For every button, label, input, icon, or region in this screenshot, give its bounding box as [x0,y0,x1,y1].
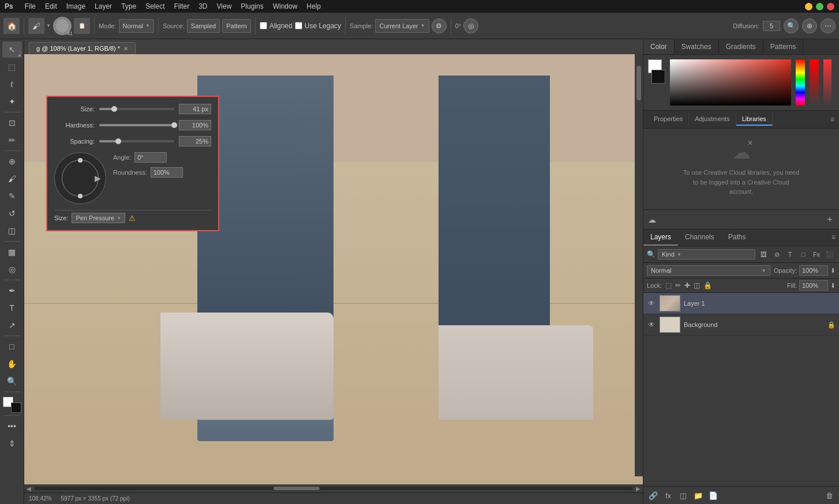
tab-channels[interactable]: Channels [678,230,721,246]
opacity-stepper[interactable]: ⬇ [830,267,836,274]
menu-3d[interactable]: 3D [198,2,207,10]
stamp-tool[interactable]: ✎ [2,188,22,204]
scroll-right-arrow[interactable]: ▶ [636,486,641,492]
fg-bg-color-selector[interactable] [3,397,21,413]
lock-pixels-icon[interactable]: ⬚ [665,281,672,289]
brush-preset-button[interactable]: 📋 [74,18,90,34]
color-alpha-bar[interactable] [810,59,819,106]
filter-shape-btn[interactable]: □ [797,249,809,260]
tab-adjustments[interactable]: Adjustments [689,113,736,126]
eraser-tool[interactable]: ◫ [2,223,22,239]
scroll-left-arrow[interactable]: ◀ [27,486,31,492]
lock-artboard-icon[interactable]: ◫ [694,281,700,289]
pen-tool[interactable]: ✒ [2,283,22,299]
h-scroll-thumb[interactable] [274,487,320,490]
hardness-slider-thumb[interactable] [171,122,177,128]
move-tool[interactable]: ↖ ◢ [2,42,22,58]
type-tool[interactable]: T [2,300,22,316]
size-slider[interactable] [99,108,174,110]
angle-input[interactable] [134,152,167,163]
menu-view[interactable]: View [217,2,232,10]
color-bar-2[interactable] [823,59,831,106]
spacing-value-input[interactable] [179,136,211,146]
history-brush-tool[interactable]: ↺ [2,205,22,221]
new-layer-button[interactable]: 📄 [707,489,720,502]
search-button[interactable]: 🔍 [784,18,799,33]
menu-window[interactable]: Window [273,2,298,10]
tab-close-button[interactable]: ✕ [123,46,128,52]
brush-tool[interactable]: 🖌 [2,171,22,187]
layer-item-1[interactable]: 👁 Layer 1 [643,293,839,314]
brush-preview[interactable]: 41 [53,17,72,35]
add-mask-button[interactable]: ◫ [677,489,690,502]
tab-properties[interactable]: Properties [648,113,689,126]
tab-layers[interactable]: Layers [643,230,678,246]
spacing-slider-thumb[interactable] [115,138,121,144]
bg-layer-visibility[interactable]: 👁 [647,320,656,329]
v-scroll-thumb[interactable] [636,66,641,100]
canvas-scrollbar-h[interactable]: ◀ ▶ [24,484,643,492]
tab-patterns[interactable]: Patterns [763,39,804,54]
add-style-button[interactable]: fx [662,489,675,502]
menu-image[interactable]: Image [66,2,85,10]
tab-libraries[interactable]: Libraries [736,113,773,126]
home-button[interactable]: 🏠 [3,18,20,34]
layer-item-background[interactable]: 👁 Background 🔒 [643,314,839,336]
gradient-tool[interactable]: ▦ [2,244,22,260]
link-layers-button[interactable]: 🔗 [647,489,660,502]
menu-edit[interactable]: Edit [45,2,57,10]
lock-brush-icon[interactable]: ✏ [675,281,681,289]
dodge-tool[interactable]: ◎ [2,261,22,277]
use-legacy-checkbox[interactable] [295,22,302,29]
layer-1-visibility[interactable]: 👁 [647,299,656,308]
blend-mode-dropdown[interactable]: Normal ▼ [647,265,770,276]
angle-button[interactable]: ◎ [463,18,478,33]
fill-input[interactable] [799,280,828,291]
color-gradient-box[interactable] [670,59,791,106]
brush-size-mode-dropdown[interactable]: Pen Pressure ▼ [72,213,125,223]
lasso-tool[interactable]: ℓ [2,76,22,92]
close-button[interactable] [827,3,834,10]
canvas-area[interactable]: Size: Hardness: [24,54,643,484]
spacing-slider[interactable] [99,140,174,142]
menu-select[interactable]: Select [145,2,164,10]
filter-smart-btn[interactable]: ⬛ [824,249,836,260]
diffusion-input[interactable]: 5 [763,21,780,31]
settings-button[interactable]: ⋯ [821,18,836,33]
eyedropper-tool[interactable]: ✏ [2,132,22,148]
shape-tool[interactable]: □ [2,338,22,355]
menu-file[interactable]: File [25,2,36,10]
crop-tool[interactable]: ⊡ [2,115,22,131]
brush-tool-group[interactable]: 🖌 ▼ [28,18,51,34]
target-button[interactable]: ⊕ [802,18,817,33]
background-color[interactable] [11,403,21,413]
sample-dropdown[interactable]: Current Layer ▼ [375,19,429,33]
wand-tool[interactable]: ✦ [2,93,22,110]
lock-move-icon[interactable]: ✚ [684,281,690,289]
minimize-button[interactable] [805,3,812,10]
menu-filter[interactable]: Filter [174,2,189,10]
canvas-tab-1[interactable]: g @ 108% (Layer 1, RGB/8) * ✕ [29,42,136,54]
source-dropdown[interactable]: Sampled [187,19,220,33]
size-value-input[interactable] [179,104,211,114]
tab-swatches[interactable]: Swatches [675,39,719,54]
filter-type-btn[interactable]: T [784,249,796,260]
new-group-button[interactable]: 📁 [692,489,705,502]
path-select-tool[interactable]: ↗ [2,317,22,333]
mode-dropdown[interactable]: Normal ▼ [119,19,154,33]
aligned-checkbox[interactable] [260,22,267,29]
layers-panel-menu[interactable]: ≡ [828,230,839,246]
lock-all-icon[interactable]: 🔒 [703,281,712,289]
brush-dot-bottom[interactable] [78,194,83,198]
filter-effect-btn[interactable]: Fx [811,249,822,260]
menu-help[interactable]: Help [306,2,321,10]
filter-photo-btn[interactable]: 🖼 [758,249,769,260]
menu-layer[interactable]: Layer [95,2,112,10]
size-slider-thumb[interactable] [111,106,117,112]
hardness-slider[interactable] [99,124,174,126]
tab-paths[interactable]: Paths [721,230,753,246]
add-library-button[interactable]: ＋ [825,213,834,225]
tab-gradients[interactable]: Gradients [719,39,763,54]
zoom-tool[interactable]: 🔍 [2,373,22,389]
menu-plugins[interactable]: Plugins [241,2,263,10]
